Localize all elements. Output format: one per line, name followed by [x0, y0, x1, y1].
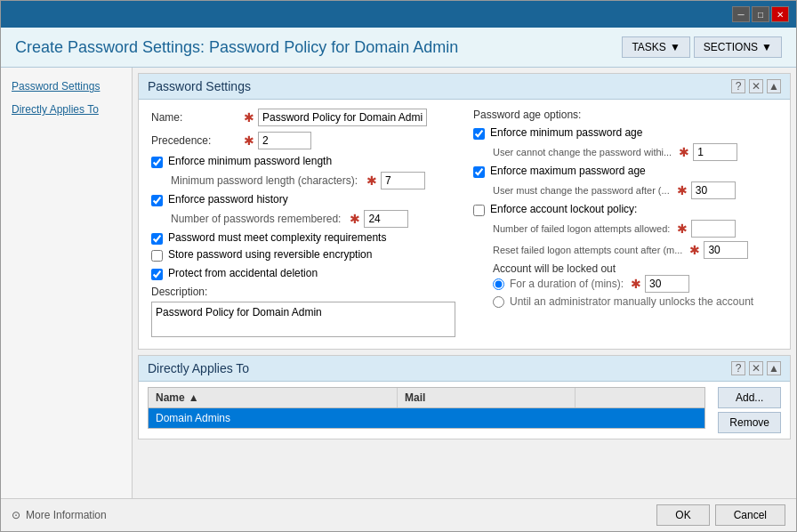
history-sub-label: Number of passwords remembered: [171, 213, 341, 225]
tasks-chevron-icon: ▼ [670, 41, 680, 53]
sections-button[interactable]: SECTIONS ▼ [694, 36, 782, 58]
row-mail [405, 412, 583, 424]
lockout-label-row: Account will be locked out [493, 262, 777, 275]
password-settings-title: Password Settings [148, 79, 251, 93]
remove-button[interactable]: Remove [718, 412, 781, 433]
description-section: Description: Password Policy for Domain … [151, 286, 455, 340]
enforce-lockout-label: Enforce account lockout policy: [490, 203, 637, 215]
lockout-label: Account will be locked out [493, 262, 616, 275]
password-age-section: Password age options: Enforce minimum pa… [473, 109, 777, 308]
precedence-required: ✱ [244, 133, 254, 148]
precedence-row: Precedence: ✱ [151, 132, 455, 149]
directly-applies-panel: Directly Applies To ? ✕ ▲ Name ▲ [138, 355, 791, 439]
collapse-icon-2[interactable]: ▲ [767, 361, 781, 375]
name-required: ✱ [244, 110, 254, 125]
radio-duration-label: For a duration of (mins): [510, 278, 624, 290]
enforce-min-length-label: Enforce minimum password length [168, 155, 332, 167]
col-right: Password age options: Enforce minimum pa… [473, 109, 777, 340]
protect-deletion-checkbox[interactable] [151, 269, 163, 280]
precedence-label: Precedence: [151, 134, 240, 147]
ok-button[interactable]: OK [656, 504, 709, 526]
lockout-attempts-label: Number of failed logon attempts allowed: [493, 223, 670, 234]
description-label: Description: [151, 286, 207, 298]
reversible-row: Store password using reversible encrypti… [151, 248, 455, 262]
titlebar: ─ □ ✕ [1, 1, 796, 28]
maximize-button[interactable]: □ [752, 6, 769, 22]
close-button[interactable]: ✕ [771, 6, 789, 22]
header-buttons: TASKS ▼ SECTIONS ▼ [622, 36, 782, 58]
cancel-button[interactable]: Cancel [715, 504, 785, 526]
reset-after-row: Reset failed logon attempts count after … [493, 241, 777, 259]
tasks-label: TASKS [632, 41, 665, 53]
max-age-required: ✱ [677, 183, 688, 197]
lockout-attempts-row: Number of failed logon attempts allowed:… [493, 220, 777, 238]
reset-required: ✱ [689, 243, 700, 257]
help-icon-2[interactable]: ? [731, 361, 745, 375]
tasks-button[interactable]: TASKS ▼ [622, 36, 689, 58]
enforce-min-age-checkbox[interactable] [473, 128, 485, 140]
row-name: Domain Admins [156, 412, 405, 424]
min-length-sub-row: Minimum password length (characters): ✱ [171, 172, 455, 189]
complexity-label: Password must meet complexity requiremen… [168, 231, 386, 244]
header: Create Password Settings: Password Polic… [1, 28, 796, 68]
table-row[interactable]: Domain Admins [149, 408, 704, 428]
radio-manual-input[interactable] [493, 296, 504, 308]
history-required: ✱ [350, 212, 360, 226]
enforce-lockout-checkbox[interactable] [473, 205, 485, 216]
close-panel-icon[interactable]: ✕ [749, 79, 763, 93]
lockout-attempts-input[interactable] [691, 220, 736, 238]
history-input[interactable] [364, 210, 408, 228]
reset-after-input[interactable] [704, 241, 748, 259]
footer: ⊙ More Information OK Cancel [1, 498, 796, 531]
add-button[interactable]: Add... [718, 387, 781, 408]
max-age-sub-row: User must change the password after (...… [493, 181, 777, 199]
panel-header-icons: ? ✕ ▲ [731, 79, 781, 93]
reversible-checkbox[interactable] [151, 250, 163, 262]
description-input[interactable]: Password Policy for Domain Admin [151, 302, 455, 337]
min-age-required: ✱ [679, 145, 689, 159]
password-age-label-row: Password age options: [473, 109, 777, 121]
duration-input[interactable] [645, 275, 689, 293]
duration-required: ✱ [631, 277, 641, 291]
sort-up-icon: ▲ [189, 391, 199, 404]
complexity-row: Password must meet complexity requiremen… [151, 231, 455, 245]
min-age-input[interactable] [693, 143, 737, 161]
directly-applies-icons: ? ✕ ▲ [731, 361, 781, 375]
name-label: Name: [151, 111, 240, 124]
two-col-layout: Name: ✱ Precedence: ✱ [151, 109, 777, 340]
password-settings-body: Name: ✱ Precedence: ✱ [139, 100, 790, 349]
protect-deletion-row: Protect from accidental deletion [151, 267, 455, 280]
radio-duration-input[interactable] [493, 278, 504, 290]
history-sub-row: Number of passwords remembered: ✱ [171, 210, 455, 228]
reversible-label: Store password using reversible encrypti… [168, 248, 372, 261]
enforce-history-checkbox[interactable] [151, 195, 163, 206]
sidebar: Password Settings Directly Applies To [1, 68, 133, 498]
help-icon[interactable]: ? [731, 79, 745, 93]
name-row: Name: ✱ [151, 109, 455, 126]
enforce-history-label: Enforce password history [168, 193, 288, 206]
enforce-min-length-checkbox[interactable] [151, 157, 163, 168]
max-age-input[interactable] [691, 181, 736, 199]
more-info-label: More Information [26, 509, 107, 521]
enforce-max-age-row: Enforce maximum password age [473, 165, 777, 178]
minimize-button[interactable]: ─ [732, 6, 750, 22]
name-input[interactable] [258, 109, 427, 126]
collapse-icon[interactable]: ▲ [767, 79, 781, 93]
close-panel-icon-2[interactable]: ✕ [749, 361, 763, 375]
complexity-checkbox[interactable] [151, 233, 163, 245]
enforce-min-length-row: Enforce minimum password length [151, 155, 455, 168]
directly-applies-body: Name ▲ Mail Domain Admins [139, 382, 790, 439]
enforce-max-age-checkbox[interactable] [473, 166, 485, 178]
more-info[interactable]: ⊙ More Information [12, 509, 107, 521]
footer-buttons: OK Cancel [656, 504, 785, 526]
table-actions: Add... Remove [718, 387, 781, 433]
directly-applies-layout: Name ▲ Mail Domain Admins [148, 387, 781, 433]
sidebar-item-password-settings[interactable]: Password Settings [1, 75, 132, 98]
min-length-input[interactable] [381, 172, 425, 189]
reset-after-label: Reset failed logon attempts count after … [493, 245, 682, 255]
password-age-label: Password age options: [473, 109, 581, 121]
lockout-attempts-required: ✱ [677, 222, 688, 236]
sidebar-item-directly-applies-to[interactable]: Directly Applies To [1, 98, 132, 121]
precedence-input[interactable] [258, 132, 311, 149]
min-length-required: ✱ [366, 173, 377, 188]
